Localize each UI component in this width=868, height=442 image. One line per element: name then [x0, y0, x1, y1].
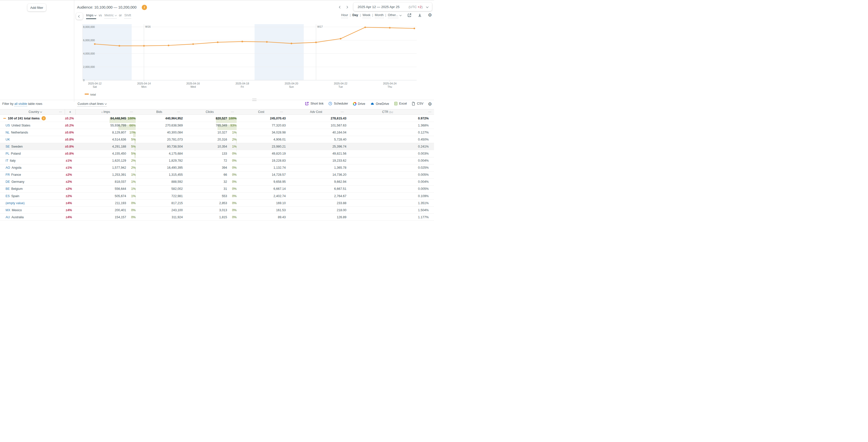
date-prev-button[interactable]: [337, 3, 343, 10]
scheduler-button[interactable]: Scheduler: [328, 102, 348, 106]
onedrive-button[interactable]: OneDrive: [370, 102, 389, 106]
column-menu-icon[interactable]: ⋯: [130, 110, 133, 114]
drive-button[interactable]: Drive: [353, 102, 365, 106]
country-code-link[interactable]: US: [5, 124, 10, 127]
shift-select[interactable]: Shift: [124, 13, 131, 19]
total-info-icon[interactable]: i: [41, 116, 46, 121]
table-row[interactable]: ESSpain±2%505,6741%722,9815530%2,402.742…: [0, 193, 434, 200]
data-point[interactable]: [266, 41, 268, 42]
data-point[interactable]: [143, 45, 145, 46]
table-row[interactable]: USUnited States±0.2%55,936,79966%270,638…: [0, 122, 434, 129]
data-point[interactable]: [315, 41, 317, 43]
imps-value: 4,155,450: [112, 152, 126, 156]
imps-pct: 0%: [126, 201, 136, 205]
column-header-cost[interactable]: Cost ⋯: [237, 109, 286, 114]
granularity-month[interactable]: Month: [375, 13, 384, 18]
add-column-header[interactable]: +: [65, 109, 75, 114]
column-header-ctr[interactable]: CTRf(x) ⋯: [346, 109, 434, 114]
country-code-link[interactable]: BE: [5, 187, 10, 191]
column-menu-icon[interactable]: ⋯: [428, 110, 432, 114]
data-point[interactable]: [291, 43, 292, 44]
table-row[interactable]: AUAustralia±4%154,1570%311,9241,8150%89.…: [0, 214, 434, 221]
data-point[interactable]: [94, 43, 95, 45]
clicks-cell: 5530%: [183, 194, 237, 198]
data-point[interactable]: [340, 38, 341, 39]
table-row[interactable]: MXMexico±4%200,4010%243,1003,0130%161.53…: [0, 207, 434, 214]
chart-settings-button[interactable]: ⚙: [428, 13, 432, 18]
date-next-button[interactable]: [343, 3, 350, 10]
column-menu-icon[interactable]: ⋯: [231, 110, 234, 114]
data-point[interactable]: [192, 43, 194, 45]
weekend-band: [254, 24, 304, 80]
data-point[interactable]: [217, 41, 218, 43]
granularity-week[interactable]: Week: [363, 13, 371, 18]
granularity-day[interactable]: Day: [352, 13, 358, 18]
country-code-link[interactable]: AU: [5, 215, 10, 219]
column-menu-icon[interactable]: ⋯: [177, 110, 180, 114]
country-code-link[interactable]: FR: [5, 173, 10, 176]
column-header-imps[interactable]: ↓ Imps ⋯: [75, 109, 136, 114]
table-row-total[interactable]: 100 of 241 total itemsi±0.2%84,448,94510…: [0, 115, 434, 122]
country-code-link[interactable]: MX: [5, 208, 10, 212]
table-row[interactable]: (empty value)±4%211,1930%817,2152,8530%1…: [0, 200, 434, 207]
table-row[interactable]: AOAngola±1%1,577,9422%16,490,3953940%1,1…: [0, 164, 434, 171]
resize-handle[interactable]: [252, 99, 256, 101]
data-point[interactable]: [389, 27, 391, 28]
table-row[interactable]: FRFrance±2%1,253,3911%1,315,455660%14,72…: [0, 171, 434, 178]
table-row[interactable]: BEBelgium±2%556,6441%582,002310%6,667.14…: [0, 185, 434, 193]
open-external-button[interactable]: [407, 13, 412, 18]
cost-cell: 77,320.83: [237, 124, 286, 127]
column-header-clicks[interactable]: Clicks ⋯: [183, 109, 237, 114]
table-row[interactable]: NLNetherlands±0.6%8,129,80710%40,300,084…: [0, 129, 434, 136]
column-header-country[interactable]: Country ⋯: [0, 109, 65, 114]
csv-button[interactable]: CSV: [412, 102, 424, 106]
short-link-button[interactable]: Short link: [305, 102, 323, 106]
download-button[interactable]: [417, 13, 422, 18]
excel-button[interactable]: Excel: [394, 102, 407, 106]
y-axis-label: 4,000,000: [83, 52, 95, 55]
custom-chart-lines-select[interactable]: Custom chart lines: [78, 102, 106, 107]
adv-cost-cell: 2,764.67: [286, 194, 346, 198]
data-point[interactable]: [364, 26, 366, 28]
table-row[interactable]: SESweden±0.8%4,291,1885%80,738,50410,354…: [0, 143, 434, 150]
table-row[interactable]: DEGermany±2%818,0371%888,592320%9,658.95…: [0, 178, 434, 185]
data-point[interactable]: [413, 28, 415, 29]
granularity-other[interactable]: Other...: [388, 13, 398, 18]
country-code-link[interactable]: NL: [5, 131, 9, 134]
adv-cost-cell: 1,365.78: [286, 166, 346, 169]
granularity-hour[interactable]: Hour: [341, 13, 348, 18]
country-code-link[interactable]: DE: [5, 180, 10, 183]
ctr-cell: 0.127%: [346, 131, 434, 134]
table-row[interactable]: UK±0.8%4,514,6365%20,781,07320,3162%4,90…: [0, 136, 434, 143]
add-filter-button[interactable]: Add filter: [27, 4, 46, 11]
clicks-pct: 0%: [227, 173, 237, 176]
chart-back-button[interactable]: [76, 13, 83, 20]
data-point[interactable]: [168, 44, 169, 46]
country-code-link[interactable]: PL: [5, 152, 9, 156]
table-settings-button[interactable]: ⚙: [428, 102, 432, 106]
chevron-down-icon[interactable]: [400, 14, 402, 16]
imps-cell: 1,253,3911%: [75, 173, 136, 176]
column-header-bids[interactable]: Bids ⋯: [136, 109, 183, 114]
data-point[interactable]: [241, 41, 243, 42]
secondary-metric-select[interactable]: Metric: [104, 13, 117, 19]
legend-label[interactable]: total: [90, 93, 96, 96]
audience-info-icon[interactable]: i: [142, 5, 147, 10]
country-code-link[interactable]: IT: [5, 159, 8, 162]
country-name[interactable]: (empty value): [5, 201, 25, 205]
column-menu-icon[interactable]: ⋯: [341, 110, 344, 114]
table-row[interactable]: ITItaly±1%1,620,1292%1,829,782720%19,228…: [0, 158, 434, 164]
primary-metric-select[interactable]: Imps: [86, 13, 96, 19]
country-code-link[interactable]: SE: [5, 145, 10, 148]
data-point[interactable]: [119, 45, 120, 46]
column-header-adv-cost[interactable]: Adv Cost ⋯: [286, 109, 346, 114]
table-row[interactable]: PLPoland±0.8%4,155,4505%4,175,6841330%49…: [0, 150, 434, 157]
date-range-button[interactable]: 2025 Apr 12 — 2025 Apr 25 (UTC +2): [353, 2, 432, 11]
country-code-link[interactable]: UK: [5, 138, 10, 141]
column-menu-icon[interactable]: ⋯: [280, 110, 283, 114]
country-code-link[interactable]: AO: [5, 166, 10, 169]
all-visible-link[interactable]: all visible: [14, 102, 27, 106]
bids-cell: 722,981: [136, 194, 183, 198]
country-code-link[interactable]: ES: [5, 194, 10, 198]
column-menu-icon[interactable]: ⋯: [59, 110, 62, 114]
